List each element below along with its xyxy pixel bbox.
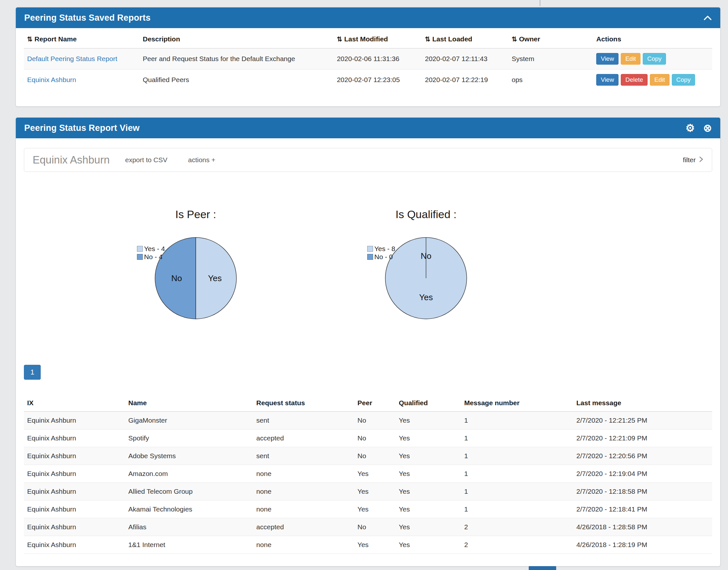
cell-last-message: 4/26/2018 - 1:28:58 PM [573, 518, 713, 536]
delete-button[interactable]: Delete [621, 74, 648, 86]
cell-message-number: 1 [461, 483, 573, 501]
sort-icon[interactable]: ⇅ [27, 36, 33, 43]
report-last-modified-cell: 2020-02-07 12:23:05 [333, 69, 422, 90]
col-message-number: Message number [461, 394, 573, 412]
actions-menu-link[interactable]: actions + [188, 156, 215, 164]
chart-title: Is Peer : [96, 208, 296, 221]
cell-ix: Equinix Ashburn [24, 536, 125, 554]
cell-message-number: 1 [461, 412, 573, 430]
result-row: Equinix Ashburn Adobe Systems sent No Ye… [24, 447, 712, 465]
chart-legend: Yes - 4 No - 4 [137, 245, 165, 261]
legend-swatch [137, 254, 143, 260]
page: Peering Status Saved Reports ⇅Report Nam… [0, 0, 728, 570]
col-owner[interactable]: ⇅Owner [508, 30, 593, 48]
cell-qualified: Yes [396, 536, 461, 554]
edit-button[interactable]: Edit [621, 53, 641, 65]
legend-label: Yes - 8 [374, 245, 395, 253]
cell-qualified: Yes [396, 412, 461, 430]
cell-last-message: 2/7/2020 - 12:21:25 PM [573, 412, 713, 430]
svg-text:No: No [171, 273, 182, 283]
report-view-title: Peering Status Report View [24, 123, 139, 133]
filter-toggle[interactable]: filter [683, 156, 703, 164]
report-owner-cell: ops [508, 69, 593, 90]
pie-svg: YesNo [154, 236, 238, 320]
cell-peer: Yes [354, 536, 396, 554]
view-button[interactable]: View [596, 74, 619, 86]
cell-peer: Yes [354, 465, 396, 483]
cell-peer: Yes [354, 483, 396, 501]
cell-last-message: 2/7/2020 - 12:18:41 PM [573, 501, 713, 518]
cell-name: Afilias [125, 518, 253, 536]
cell-message-number: 2 [461, 518, 573, 536]
report-view-panel-header: Peering Status Report View ⚙ ⊗ [16, 117, 720, 138]
result-row: Equinix Ashburn Spotify accepted No Yes … [24, 430, 712, 447]
legend-swatch [137, 246, 143, 252]
report-last-loaded-cell: 2020-02-07 12:22:19 [422, 69, 509, 90]
cell-name: Spotify [125, 430, 253, 447]
sort-icon[interactable]: ⇅ [425, 36, 431, 43]
cell-last-message: 2/7/2020 - 12:19:04 PM [573, 465, 713, 483]
cell-peer: No [354, 447, 396, 465]
cell-ix: Equinix Ashburn [24, 412, 125, 430]
pagination-page-1[interactable]: 1 [24, 365, 41, 380]
cell-ix: Equinix Ashburn [24, 447, 125, 465]
cell-ix: Equinix Ashburn [24, 465, 125, 483]
legend-swatch [367, 254, 373, 260]
col-label: Report Name [35, 35, 77, 43]
legend-label: Yes - 4 [144, 245, 165, 253]
col-label: Description [143, 35, 180, 43]
result-row: Equinix Ashburn GigaMonster sent No Yes … [24, 412, 712, 430]
col-report-name[interactable]: ⇅Report Name [24, 30, 139, 48]
sort-icon[interactable]: ⇅ [337, 36, 342, 43]
edit-button[interactable]: Edit [650, 74, 670, 86]
report-link[interactable]: Default Peering Status Report [27, 55, 117, 62]
col-last-modified[interactable]: ⇅Last Modified [333, 30, 422, 48]
legend-item: No - 4 [137, 253, 165, 261]
saved-reports-body: ⇅Report Name Description ⇅Last Modified … [16, 28, 720, 106]
legend-swatch [367, 246, 373, 252]
report-actions-cell: ViewEditCopy [593, 48, 712, 69]
col-label: Last Modified [344, 35, 388, 43]
legend-label: No - 0 [374, 253, 393, 261]
cell-peer: No [354, 430, 396, 447]
chart-body: Yes - 4 No - 4 YesNo [96, 236, 296, 340]
cell-ix: Equinix Ashburn [24, 501, 125, 518]
report-last-loaded-cell: 2020-02-07 12:11:43 [422, 48, 509, 69]
cell-last-message: 2/7/2020 - 12:18:58 PM [573, 483, 713, 501]
pie-chart-is-qualified: Is Qualified : Yes - 8 No - 0 YesNo [326, 208, 526, 340]
cell-message-number: 1 [461, 501, 573, 518]
cell-qualified: Yes [396, 447, 461, 465]
results-table: IX Name Request status Peer Qualified Me… [24, 394, 712, 554]
close-icon[interactable]: ⊗ [703, 123, 712, 133]
cell-peer: Yes [354, 501, 396, 518]
pie-svg: YesNo [384, 236, 468, 320]
cell-peer: No [354, 518, 396, 536]
copy-button[interactable]: Copy [643, 53, 666, 65]
col-label: Owner [519, 35, 540, 43]
chart-title: Is Qualified : [326, 208, 526, 221]
report-toolbar: Equinix Ashburn export to CSV actions + … [24, 148, 712, 172]
scrollbar-artifact [540, 0, 540, 6]
panel-header-icons: ⚙ ⊗ [686, 123, 712, 133]
pagination: 1 [24, 365, 712, 380]
report-link[interactable]: Equinix Ashburn [27, 76, 76, 83]
report-last-modified-cell: 2020-02-06 11:31:36 [333, 48, 422, 69]
cell-request-status: none [253, 501, 354, 518]
export-csv-link[interactable]: export to CSV [125, 156, 168, 164]
copy-button[interactable]: Copy [672, 74, 695, 86]
cell-last-message: 4/26/2018 - 1:28:19 PM [573, 536, 713, 554]
cell-message-number: 1 [461, 465, 573, 483]
result-row: Equinix Ashburn Amazon.com none Yes Yes … [24, 465, 712, 483]
report-description-cell: Peer and Request Status for the Default … [139, 48, 333, 69]
sort-icon[interactable]: ⇅ [512, 36, 517, 43]
col-actions: Actions [593, 30, 712, 48]
report-name-heading: Equinix Ashburn [33, 154, 110, 166]
col-last-loaded[interactable]: ⇅Last Loaded [422, 30, 509, 48]
gear-icon[interactable]: ⚙ [686, 123, 695, 133]
col-request-status: Request status [253, 394, 354, 412]
view-button[interactable]: View [596, 53, 619, 65]
report-view-body: Equinix Ashburn export to CSV actions + … [16, 148, 720, 566]
collapse-chevron-up-icon[interactable] [703, 15, 712, 21]
cell-message-number: 2 [461, 536, 573, 554]
result-row: Equinix Ashburn Akamai Technologies none… [24, 501, 712, 518]
